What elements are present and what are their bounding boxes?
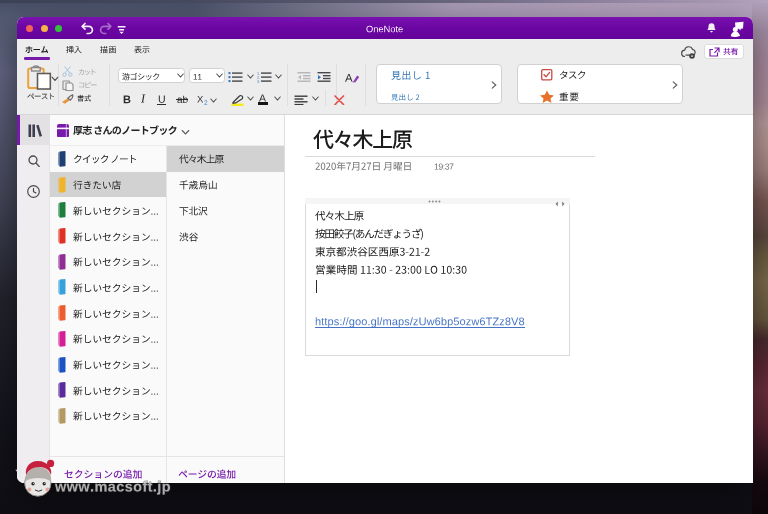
svg-text:3.: 3.: [257, 79, 260, 82]
